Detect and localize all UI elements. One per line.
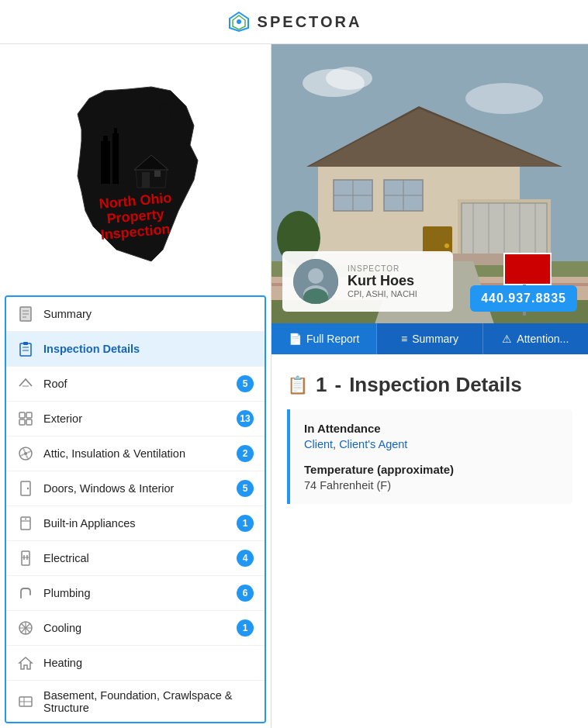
svg-point-36 [27,488,29,489]
app-title: SPECTORA [258,13,362,31]
temperature-label: Temperature (approximate) [304,463,559,476]
svg-rect-29 [19,412,25,418]
svg-point-34 [24,452,27,455]
sidebar: North Ohio Property Inspection Summary [0,44,272,728]
main-content: 📋 1 - Inspection Details In Attendance C… [272,354,588,519]
sidebar-item-exterior-badge: 13 [237,410,254,427]
svg-point-76 [444,243,449,248]
company-logo-area: North Ohio Property Inspection [0,44,271,292]
sidebar-item-inspection-details-label: Inspection Details [43,343,254,355]
sidebar-item-basement-label: Basement, Foundation, Crawlspace & Struc… [43,689,254,714]
sidebar-item-electrical-badge: 4 [237,550,254,567]
sidebar-item-appliances[interactable]: Built-in Appliances 1 [6,506,265,541]
svg-point-86 [308,268,323,284]
sidebar-item-exterior-label: Exterior [43,412,227,425]
clients-agent-link[interactable]: Client's Agent [339,438,407,450]
spectora-logo-icon [227,9,251,34]
inspector-phone: 440.937.8835 [481,292,566,305]
tab-attention-label: Attention... [517,333,569,345]
nav-section: Summary Inspection Details Roof 5 [5,295,266,723]
tab-summary-label: Summary [412,333,458,345]
sidebar-item-cooling[interactable]: Cooling 1 [6,611,265,646]
section-title-text: Inspection Details [349,373,522,397]
grid-icon [17,410,34,427]
client-link[interactable]: Client [304,438,333,450]
in-attendance-field: In Attendance Client, Client's Agent [304,422,559,450]
svg-rect-35 [21,481,30,495]
door-icon [17,480,34,497]
sidebar-item-summary-label: Summary [43,308,254,320]
sidebar-item-cooling-label: Cooling [43,622,227,634]
svg-marker-49 [19,657,32,669]
sidebar-item-plumbing-label: Plumbing [43,587,227,599]
tab-summary[interactable]: ≡ Summary [377,323,483,354]
main-layout: North Ohio Property Inspection Summary [0,44,588,728]
cooling-icon [17,619,34,637]
sidebar-item-plumbing-badge: 6 [237,585,254,602]
sidebar-item-basement[interactable]: Basement, Foundation, Crawlspace & Struc… [6,681,265,723]
sidebar-item-exterior[interactable]: Exterior 13 [6,402,265,436]
sidebar-item-doors-windows-badge: 5 [237,480,254,497]
sidebar-item-summary[interactable]: Summary [6,297,265,332]
svg-rect-10 [154,171,161,177]
svg-rect-11 [164,109,177,112]
svg-rect-32 [26,419,32,425]
sidebar-item-roof[interactable]: Roof 5 [6,367,265,402]
sidebar-item-cooling-badge: 1 [237,619,254,637]
section-title-icon: 📋 [287,375,308,395]
info-card: In Attendance Client, Client's Agent Tem… [287,409,572,504]
svg-point-39 [25,519,26,520]
svg-rect-4 [103,136,108,143]
property-image: INSPECTOR Kurt Hoes CPI, ASHI, NACHI 440… [272,44,588,354]
sidebar-item-appliances-label: Built-in Appliances [43,517,227,530]
sidebar-item-doors-windows-label: Doors, Windows & Interior [43,482,227,495]
inspector-certifications: CPI, ASHI, NACHI [348,289,417,298]
svg-rect-5 [112,133,119,184]
plumbing-icon [17,585,34,602]
sidebar-item-attic-badge: 2 [237,445,254,462]
inspector-avatar [293,259,338,304]
electrical-icon [17,550,34,567]
sidebar-item-appliances-badge: 1 [237,515,254,532]
sidebar-item-electrical-label: Electrical [43,552,227,564]
svg-rect-25 [23,342,28,345]
sidebar-item-attic-label: Attic, Insulation & Ventilation [43,447,227,460]
svg-point-56 [465,83,543,114]
svg-rect-24 [20,343,31,356]
inspector-info: INSPECTOR Kurt Hoes CPI, ASHI, NACHI [348,264,417,299]
sidebar-item-roof-badge: 5 [237,375,254,392]
tab-full-report[interactable]: 📄 Full Report [272,323,377,354]
content-area: INSPECTOR Kurt Hoes CPI, ASHI, NACHI 440… [272,44,588,728]
basement-icon [17,693,34,710]
inspector-role-label: INSPECTOR [348,264,417,273]
sidebar-item-electrical[interactable]: Electrical 4 [6,541,265,576]
sidebar-item-roof-label: Roof [43,378,227,390]
roof-icon [17,375,34,392]
svg-rect-8 [142,172,150,188]
svg-rect-40 [22,551,29,565]
tab-attention[interactable]: ⚠ Attention... [483,323,588,354]
sidebar-item-plumbing[interactable]: Plumbing 6 [6,576,265,611]
svg-point-55 [326,67,372,90]
sidebar-item-heating-label: Heating [43,657,254,669]
inspector-card: INSPECTOR Kurt Hoes CPI, ASHI, NACHI [282,251,453,312]
section-title: 📋 1 - Inspection Details [287,373,572,397]
section-title-dash: - [334,373,341,397]
svg-rect-6 [114,128,117,136]
home-icon [17,654,34,671]
doc-icon [17,305,34,323]
section-number: 1 [316,373,327,397]
sidebar-item-heating[interactable]: Heating [6,646,265,681]
svg-rect-31 [19,419,25,425]
top-bar: SPECTORA [0,0,588,44]
sidebar-item-attic[interactable]: Attic, Insulation & Ventilation 2 [6,436,265,471]
svg-rect-30 [26,412,32,418]
svg-rect-3 [101,141,110,184]
attention-icon: ⚠ [502,333,512,345]
company-logo: North Ohio Property Inspection [43,60,229,277]
inspector-name: Kurt Hoes [348,273,417,290]
sidebar-item-doors-windows[interactable]: Doors, Windows & Interior 5 [6,471,265,506]
sidebar-item-inspection-details[interactable]: Inspection Details [6,332,265,367]
full-report-icon: 📄 [289,333,302,345]
tab-bar: 📄 Full Report ≡ Summary ⚠ Attention... [272,323,588,354]
